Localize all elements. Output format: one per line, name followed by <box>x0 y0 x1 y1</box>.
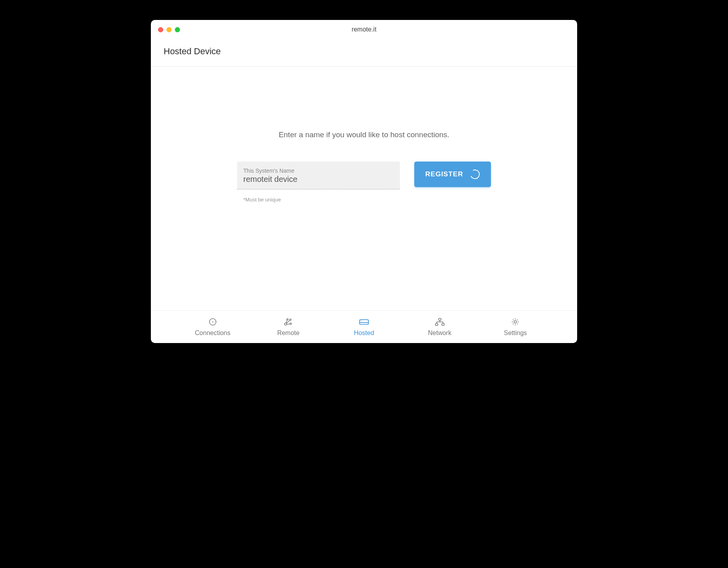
gear-icon <box>510 318 520 328</box>
svg-point-11 <box>361 321 362 321</box>
tab-network[interactable]: Network <box>416 318 464 337</box>
loading-spinner-icon <box>469 168 481 181</box>
page-title: Hosted Device <box>164 46 564 57</box>
tab-hosted[interactable]: Hosted <box>340 318 388 337</box>
network-icon <box>435 318 445 328</box>
page-header: Hosted Device <box>151 39 577 67</box>
svg-point-5 <box>287 318 289 320</box>
register-button-label: REGISTER <box>425 170 463 178</box>
tab-label: Connections <box>195 329 230 337</box>
svg-rect-9 <box>360 320 368 324</box>
tab-remote[interactable]: Remote <box>264 318 312 337</box>
system-name-label: This System's Name <box>243 168 394 174</box>
connections-icon <box>208 318 218 328</box>
prompt-text: Enter a name if you would like to host c… <box>279 130 449 139</box>
tab-label: Remote <box>277 329 299 337</box>
tab-label: Hosted <box>354 329 374 337</box>
tab-connections[interactable]: Connections <box>189 318 237 337</box>
window-title: remote.it <box>157 26 571 33</box>
tab-label: Settings <box>504 329 527 337</box>
register-form: This System's Name *Must be unique REGIS… <box>237 162 491 203</box>
svg-rect-13 <box>435 323 438 325</box>
traffic-lights <box>158 27 180 32</box>
system-name-input-box[interactable]: This System's Name <box>237 162 400 189</box>
hosted-icon <box>359 318 369 328</box>
svg-rect-14 <box>442 323 444 325</box>
svg-point-19 <box>514 321 516 323</box>
titlebar: remote.it <box>151 20 577 39</box>
system-name-field-wrap: This System's Name *Must be unique <box>237 162 400 203</box>
tab-label: Network <box>428 329 451 337</box>
remote-icon <box>283 318 293 328</box>
tab-settings[interactable]: Settings <box>491 318 539 337</box>
svg-line-7 <box>287 324 290 324</box>
minimize-icon[interactable] <box>166 27 172 32</box>
main-content: Enter a name if you would like to host c… <box>151 67 577 310</box>
svg-point-1 <box>212 321 213 322</box>
system-name-hint: *Must be unique <box>243 197 400 203</box>
bottom-tabbar: Connections Remote <box>151 310 577 343</box>
system-name-input[interactable] <box>243 175 394 184</box>
svg-rect-12 <box>439 318 441 320</box>
app-window: remote.it Hosted Device Enter a name if … <box>151 20 577 343</box>
svg-point-4 <box>290 323 292 324</box>
maximize-icon[interactable] <box>175 27 180 32</box>
close-icon[interactable] <box>158 27 163 32</box>
register-button[interactable]: REGISTER <box>414 162 491 187</box>
